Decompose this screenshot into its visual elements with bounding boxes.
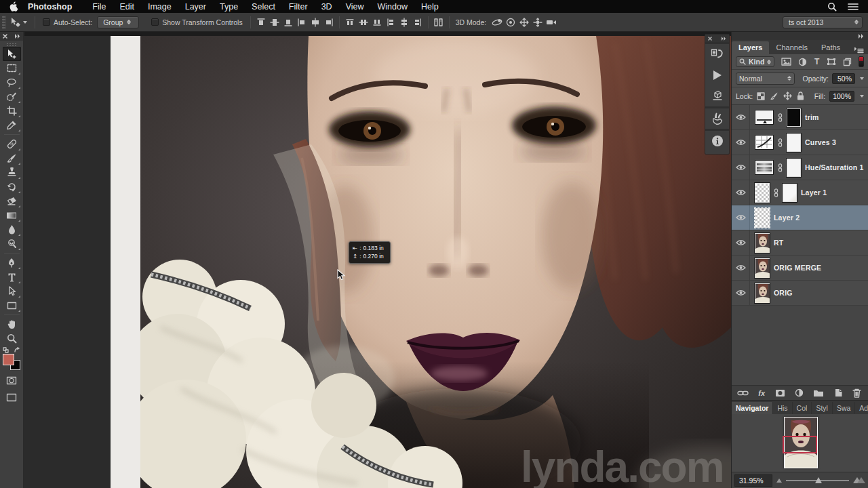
filter-toggle-switch[interactable] (859, 56, 864, 67)
current-tool-button[interactable] (9, 17, 31, 27)
swap-colors-icon[interactable] (14, 347, 20, 353)
3d-orbit-icon[interactable] (490, 16, 504, 29)
fill-value[interactable]: 100% (829, 91, 854, 102)
layer-name[interactable]: ORIG MERGE (774, 264, 821, 272)
menu-file[interactable]: File (92, 2, 106, 12)
fill-caret[interactable] (860, 95, 864, 98)
lasso-tool[interactable] (3, 75, 21, 89)
align-vertical-centers-icon[interactable] (268, 16, 281, 29)
layer-row-rt[interactable]: RT (732, 230, 868, 256)
auto-select-mode-dropdown[interactable]: Group (97, 16, 139, 28)
menu-edit[interactable]: Edit (119, 2, 134, 12)
history-brush-tool[interactable] (3, 180, 21, 194)
distribute-vertical-center-icon[interactable] (357, 16, 370, 29)
tab-swatches[interactable]: Swa (833, 402, 855, 414)
path-selection-tool[interactable] (3, 284, 21, 298)
layer-styles-icon[interactable]: fx (758, 389, 765, 397)
filter-type-layers-icon[interactable]: T (814, 57, 819, 66)
spotlight-search-icon[interactable] (827, 2, 837, 12)
shape-tool[interactable] (3, 298, 21, 312)
distribute-top-icon[interactable] (343, 16, 357, 29)
workspace-dropdown[interactable]: ts oct 2013 (783, 16, 863, 28)
curves-adjustment-thumbnail[interactable] (755, 135, 774, 150)
layer-name[interactable]: Hue/Saturation 1 (805, 163, 864, 171)
dock-close-icon[interactable] (708, 37, 712, 41)
blend-mode-dropdown[interactable]: Normal (736, 73, 795, 85)
layer-row-trim[interactable]: trim (732, 105, 868, 130)
layer-row-orig[interactable]: ORIG (732, 281, 868, 306)
notification-center-icon[interactable] (848, 3, 859, 11)
3d-pan-icon[interactable] (517, 16, 531, 29)
lock-transparency-icon[interactable] (757, 92, 765, 100)
filter-smart-objects-icon[interactable] (843, 58, 852, 66)
visibility-eye-icon[interactable] (732, 256, 750, 280)
type-tool[interactable] (3, 270, 21, 284)
default-colors-icon[interactable] (3, 347, 9, 353)
tab-channels[interactable]: Channels (769, 41, 814, 54)
layer-row-curves3[interactable]: Curves 3 (732, 130, 868, 155)
tab-styles[interactable]: Styl (812, 402, 833, 414)
layer-mask-thumbnail[interactable] (787, 134, 801, 152)
levels-adjustment-thumbnail[interactable] (755, 110, 774, 125)
3d-camera-icon[interactable] (545, 16, 558, 29)
tools-close-icon[interactable] (3, 34, 7, 39)
menu-window[interactable]: Window (378, 2, 408, 12)
layer-thumbnail[interactable] (755, 283, 770, 303)
visibility-eye-icon[interactable] (732, 205, 750, 230)
history-panel-icon[interactable] (709, 47, 726, 62)
layer-name[interactable]: trim (805, 113, 819, 121)
layer-mask-thumbnail[interactable] (787, 159, 801, 177)
navigator-view-rectangle[interactable] (783, 436, 817, 453)
zoom-tool[interactable] (3, 331, 21, 346)
canvas-image[interactable] (140, 36, 731, 488)
link-layers-icon[interactable] (737, 390, 749, 396)
layer-name[interactable]: Curves 3 (805, 138, 836, 146)
new-adjustment-layer-icon[interactable] (795, 388, 804, 397)
visibility-eye-icon[interactable] (732, 155, 750, 180)
show-transform-checkbox[interactable] (151, 18, 159, 26)
menu-image[interactable]: Image (148, 2, 172, 12)
navigator-thumbnail[interactable] (784, 417, 818, 468)
lock-pixels-icon[interactable] (770, 92, 778, 100)
layer-name[interactable]: ORIG (774, 289, 793, 297)
layer-name[interactable]: Layer 2 (774, 214, 800, 222)
pen-tool[interactable] (3, 256, 21, 270)
layer-row-huesaturation1[interactable]: Hue/Saturation 1 (732, 155, 868, 180)
opacity-value[interactable]: 50% (832, 73, 855, 84)
navigator-zoom-slider[interactable] (786, 477, 849, 484)
tab-histogram[interactable]: His (773, 402, 792, 414)
eraser-tool[interactable] (3, 194, 21, 208)
actions-panel-icon[interactable] (709, 68, 726, 83)
hand-tool[interactable] (3, 317, 21, 331)
menu-3d[interactable]: 3D (321, 2, 332, 12)
filter-shape-layers-icon[interactable] (827, 58, 836, 66)
eyedropper-tool[interactable] (3, 118, 21, 132)
lock-position-icon[interactable] (783, 92, 792, 100)
visibility-eye-icon[interactable] (732, 130, 750, 155)
quick-mask-button[interactable] (3, 373, 21, 388)
filter-pixel-layers-icon[interactable] (781, 58, 791, 66)
menu-type[interactable]: Type (220, 2, 238, 12)
visibility-eye-icon[interactable] (732, 180, 750, 205)
layer-name[interactable]: RT (774, 239, 783, 247)
visibility-eye-icon[interactable] (732, 230, 750, 255)
foreground-color-swatch[interactable] (3, 354, 14, 365)
clone-stamp-tool[interactable] (3, 165, 21, 180)
menu-view[interactable]: View (346, 2, 364, 12)
layer-row-orig-merge[interactable]: ORIG MERGE (732, 256, 868, 281)
dock-collapse-icon[interactable] (721, 37, 726, 41)
gradient-tool[interactable] (3, 208, 21, 222)
layer-thumbnail[interactable] (755, 183, 770, 203)
layer-mask-thumbnail[interactable] (787, 108, 801, 127)
menu-select[interactable]: Select (252, 2, 275, 12)
tools-grip[interactable] (6, 43, 17, 46)
layer-row-layer2-selected[interactable]: Layer 2 (732, 205, 868, 230)
zoom-out-icon[interactable] (776, 479, 782, 483)
align-left-edges-icon[interactable] (295, 16, 309, 29)
visibility-eye-icon[interactable] (732, 105, 750, 129)
layer-mask-thumbnail[interactable] (783, 184, 797, 202)
info-panel-icon[interactable] (709, 134, 726, 148)
new-group-icon[interactable] (813, 389, 824, 397)
layer-name[interactable]: Layer 1 (801, 188, 827, 197)
lock-all-icon[interactable] (797, 92, 804, 100)
